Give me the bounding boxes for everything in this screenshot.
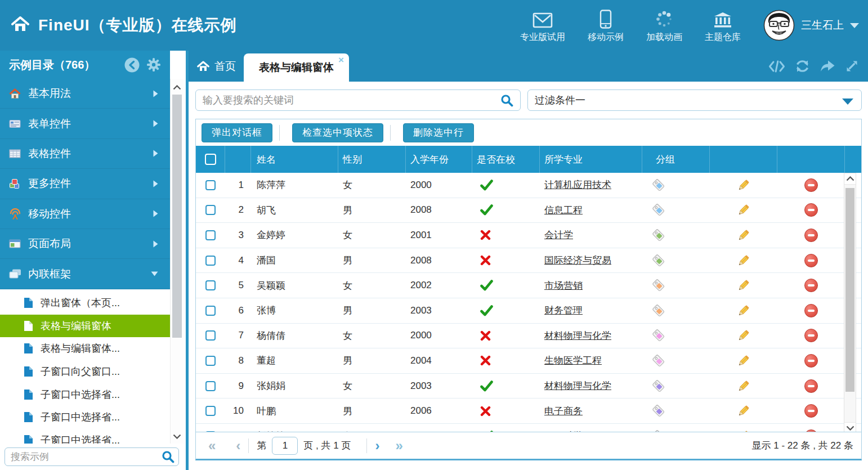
edit-icon[interactable] (736, 178, 751, 193)
tab-grid-edit-window[interactable]: 表格与编辑窗体 × (244, 53, 349, 82)
edit-icon[interactable] (736, 353, 751, 368)
delete-icon[interactable] (804, 329, 818, 342)
page-number-input[interactable] (272, 437, 298, 455)
row-checkbox[interactable] (205, 180, 216, 190)
row-checkbox[interactable] (205, 406, 216, 416)
delete-icon[interactable] (804, 354, 818, 368)
scroll-down-icon[interactable] (173, 431, 182, 440)
search-icon[interactable] (500, 94, 513, 109)
header-nav-trial[interactable]: 专业版试用 (520, 7, 565, 43)
next-page-button[interactable]: › (375, 439, 379, 453)
last-page-button[interactable]: » (395, 439, 402, 453)
select-all-checkbox[interactable] (205, 154, 216, 165)
delete-icon[interactable] (804, 229, 818, 242)
row-checkbox[interactable] (205, 256, 216, 266)
row-checkbox[interactable] (205, 381, 216, 391)
sidebar-item[interactable]: 子窗口向父窗口... (0, 360, 170, 383)
row-checkbox[interactable] (205, 330, 216, 341)
column-header-label: 是否在校 (477, 153, 515, 166)
edit-icon[interactable] (736, 203, 751, 217)
envelope-icon (533, 7, 553, 29)
sidebar-item[interactable]: 子窗口中选择省... (0, 383, 170, 406)
edit-icon[interactable] (736, 303, 751, 318)
column-header: 姓名 (251, 146, 338, 173)
keyword-search-input[interactable] (195, 89, 521, 111)
delete-icon[interactable] (804, 178, 818, 192)
sidebar-scrollbar-thumb[interactable] (172, 95, 182, 338)
delete-icon[interactable] (804, 379, 818, 393)
major-link[interactable]: 计算机应用技术 (544, 180, 611, 190)
sidebar-group[interactable]: 移动控件 (0, 199, 170, 229)
sidebar-item[interactable]: 弹出窗体（本页... (0, 292, 170, 315)
sidebar-group[interactable]: 更多控件 (0, 169, 170, 199)
sidebar-group[interactable]: 表格控件 (0, 139, 170, 169)
sidebar-group[interactable]: 页面布局 (0, 229, 170, 259)
filter-dropdown[interactable]: 过滤条件一 (527, 89, 862, 111)
major-link[interactable]: 材料物理与化学 (544, 381, 611, 391)
sidebar-group[interactable]: 基本用法 (0, 79, 170, 109)
sidebar-group[interactable]: 表单控件 (0, 109, 170, 138)
row-checkbox[interactable] (205, 356, 216, 366)
sidebar-search-input[interactable] (5, 447, 179, 466)
edit-icon[interactable] (736, 278, 751, 293)
delete-icon[interactable] (804, 254, 818, 267)
sidebar-item[interactable]: 表格与编辑窗体... (0, 337, 170, 360)
delete-icon[interactable] (804, 404, 818, 418)
delete-icon[interactable] (804, 279, 818, 292)
major-link[interactable]: 材料物理与化学 (544, 330, 611, 341)
user-menu[interactable]: 三生石上 (763, 10, 859, 41)
prev-page-button[interactable]: ‹ (236, 439, 240, 453)
delete-icon[interactable] (804, 203, 818, 217)
header-nav-loading[interactable]: 加载动画 (646, 7, 682, 43)
refresh-icon[interactable] (795, 59, 810, 74)
edit-icon[interactable] (736, 404, 751, 418)
major-link[interactable]: 信息工程 (544, 205, 583, 216)
major-link[interactable]: 电子商务 (544, 406, 583, 417)
row-checkbox[interactable] (205, 205, 216, 215)
table-scrollbar[interactable] (844, 173, 856, 434)
toolbar-button-3[interactable]: 删除选中行 (403, 123, 474, 142)
table-scrollbar-thumb[interactable] (845, 188, 854, 392)
major-link[interactable]: 财务管理 (544, 305, 583, 316)
edit-icon[interactable] (736, 228, 751, 243)
tab-home[interactable]: 首页 (197, 51, 236, 82)
scroll-up-icon[interactable] (173, 82, 182, 91)
major-link[interactable]: 市场营销 (544, 280, 583, 291)
sidebar-scrollbar[interactable] (170, 79, 184, 444)
scroll-up-icon[interactable] (844, 173, 856, 185)
sidebar-item[interactable]: 子窗口中选择省... (0, 429, 170, 444)
first-page-button[interactable]: « (208, 439, 216, 453)
gear-icon[interactable] (146, 57, 161, 72)
row-checkbox[interactable] (205, 280, 216, 290)
row-checkbox[interactable] (205, 306, 216, 316)
delete-icon[interactable] (804, 304, 818, 317)
cell-gender: 男 (338, 254, 406, 267)
app-logo[interactable]: FineUI（专业版）在线示例 (0, 15, 237, 36)
sidebar-menu: 基本用法表单控件表格控件更多控件移动控件页面布局内联框架 (0, 79, 170, 289)
chevron-down-icon (850, 23, 859, 28)
row-checkbox[interactable] (205, 230, 216, 240)
header-nav-themes[interactable]: 主题仓库 (705, 7, 741, 43)
layout-icon (9, 238, 21, 249)
code-icon[interactable] (768, 60, 785, 73)
sidebar-title: 示例目录（766） (0, 57, 124, 73)
major-link[interactable]: 国际经济与贸易 (544, 255, 611, 266)
major-link[interactable]: 生物医学工程 (544, 355, 602, 366)
toolbar-button-2[interactable]: 检查选中项状态 (292, 123, 383, 142)
edit-icon[interactable] (736, 253, 751, 268)
sidebar-item[interactable]: 子窗口中选择省... (0, 406, 170, 429)
toolbar-button-1[interactable]: 弹出对话框 (202, 123, 272, 142)
close-icon[interactable]: × (338, 55, 344, 66)
header-nav-mobile[interactable]: 移动示例 (588, 7, 624, 43)
group-tag-icon (642, 303, 710, 318)
sidebar-item[interactable]: 表格与编辑窗体 (0, 315, 170, 338)
sidebar-group[interactable]: 内联框架 (0, 259, 170, 289)
edit-icon[interactable] (736, 328, 751, 343)
search-icon[interactable] (162, 450, 175, 465)
expand-icon[interactable] (845, 59, 859, 73)
collapse-sidebar-icon[interactable] (124, 57, 140, 73)
share-icon[interactable] (820, 60, 835, 73)
edit-icon[interactable] (736, 379, 751, 393)
avatar (763, 10, 795, 41)
major-link[interactable]: 会计学 (544, 230, 573, 240)
